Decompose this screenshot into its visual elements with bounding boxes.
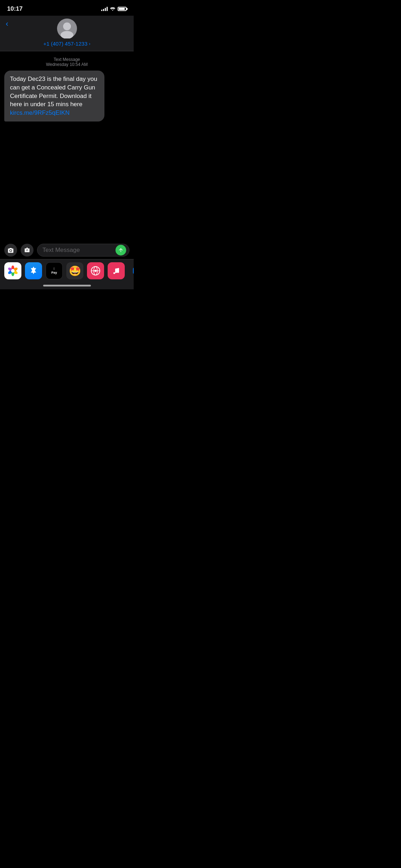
message-input[interactable]: Text Message — [42, 247, 113, 254]
contact-number[interactable]: +1 (407) 457-1233 › — [43, 41, 90, 47]
phone-number: +1 (407) 457-1233 — [43, 41, 87, 47]
status-icons — [101, 7, 127, 11]
appstore-icon — [24, 247, 30, 253]
appstore-button[interactable] — [21, 244, 34, 257]
bottom-toolbar: Text Message — [0, 241, 134, 259]
text-input-container[interactable]: Text Message — [37, 244, 129, 257]
photos-icon — [6, 264, 19, 277]
music-icon — [111, 266, 121, 276]
message-wrapper: Today Dec23 is the final day you can get… — [4, 71, 129, 122]
nav-header: ‹ +1 (407) 457-1233 › — [0, 16, 134, 51]
contact-chevron-icon: › — [89, 41, 90, 46]
message-meta: Text Message Wednesday 10:54 AM — [4, 57, 129, 67]
status-bar: 10:17 — [0, 0, 134, 16]
signal-icon — [101, 7, 108, 11]
dock-app-applepay[interactable]: Pay — [46, 262, 63, 279]
send-icon — [118, 247, 124, 253]
message-date: Wednesday 10:54 AM — [4, 62, 129, 67]
content-scroll[interactable]: ‹ +1 (407) 457-1233 › Text Message Wedne… — [0, 16, 134, 259]
svg-point-1 — [61, 31, 73, 38]
dock-app-music[interactable] — [108, 262, 125, 279]
dock-app-files[interactable] — [128, 262, 134, 279]
home-indicator — [43, 285, 91, 286]
dock-app-memoji[interactable]: 🤩 — [66, 262, 83, 279]
message-text: Today Dec23 is the final day you can get… — [10, 76, 97, 108]
svg-point-9 — [11, 269, 15, 273]
dock-app-appstore[interactable] — [25, 262, 42, 279]
svg-point-0 — [63, 22, 71, 30]
send-button[interactable] — [115, 245, 126, 255]
messages-area: Text Message Wednesday 10:54 AM Today De… — [0, 51, 134, 122]
camera-icon — [7, 247, 14, 253]
browser-icon — [91, 266, 101, 276]
message-type-label: Text Message — [4, 57, 129, 62]
status-time: 10:17 — [7, 5, 22, 12]
wifi-icon — [110, 7, 115, 11]
back-chevron-icon: ‹ — [6, 19, 8, 29]
files-icon — [132, 266, 134, 276]
svg-point-13 — [94, 270, 97, 272]
battery-fill — [119, 8, 125, 10]
dock-app-browser[interactable] — [87, 262, 104, 279]
camera-button[interactable] — [4, 244, 17, 257]
applepay-label: Pay — [51, 267, 57, 275]
battery-icon — [118, 7, 127, 11]
contact-avatar[interactable] — [57, 19, 77, 38]
memoji-icon: 🤩 — [69, 265, 81, 277]
appstore-dock-icon — [28, 265, 39, 276]
dock-app-photos[interactable] — [4, 262, 21, 279]
person-icon — [57, 19, 77, 38]
back-button[interactable]: ‹ — [6, 19, 8, 29]
svg-rect-14 — [133, 268, 134, 274]
message-bubble[interactable]: Today Dec23 is the final day you can get… — [4, 71, 104, 122]
message-link[interactable]: kircs.me/9RFz5qEIKN — [10, 109, 70, 116]
